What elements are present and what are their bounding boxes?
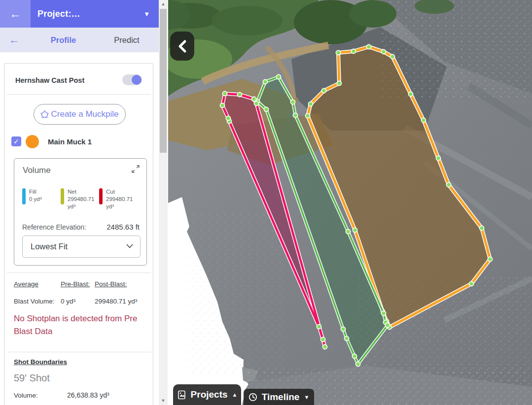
volume-card: Volume Fill0 yd³ Net299480.71 yd³ — [14, 158, 147, 266]
scroll-down-arrow[interactable]: ▼ — [159, 397, 168, 405]
net-legend-text: Net299480.71 yd³ — [68, 188, 96, 210]
col-average[interactable]: Average — [14, 280, 38, 288]
vertex-marker[interactable] — [355, 362, 360, 366]
vertex-marker[interactable] — [337, 81, 341, 85]
project-title[interactable]: Project:… — [31, 9, 143, 19]
map-viewport[interactable]: Projects ▲ Timeline ▼ — [168, 0, 532, 405]
legend-item-net: Net299480.71 yd³ — [61, 188, 99, 210]
vertex-marker[interactable] — [320, 337, 325, 341]
shotplan-warning-text: No Shotplan is detected from Pre Blast D… — [14, 312, 143, 338]
reference-elevation-row: Reference Elevation: 2485.63 ft — [22, 223, 140, 232]
muckpile-checkbox[interactable]: ✓ — [11, 136, 21, 146]
vertex-marker[interactable] — [237, 92, 242, 97]
profile-panel: Hernshaw Cast Post Create a Muckpile — [4, 63, 153, 405]
col-pre-blast[interactable]: Pre-Blast: — [61, 280, 90, 288]
vertex-marker[interactable] — [254, 101, 258, 105]
vertex-marker[interactable] — [346, 229, 350, 234]
vertex-marker[interactable] — [293, 113, 297, 117]
vertex-marker[interactable] — [344, 336, 349, 340]
vertex-marker[interactable] — [222, 91, 227, 96]
project-dropdown-caret-icon[interactable]: ▼ — [143, 10, 159, 18]
timeline-label: Timeline — [262, 392, 300, 403]
shot-boundaries-heading[interactable]: Shot Boundaries — [14, 358, 67, 366]
vertex-marker[interactable] — [251, 97, 256, 101]
volume-legend: Fill0 yd³ Net299480.71 yd³ Cut299480.71 … — [22, 188, 140, 210]
vertex-marker[interactable] — [322, 344, 327, 349]
legend-item-cut: Cut299480.71 yd³ — [99, 188, 138, 210]
toggle-label: Hernshaw Cast Post — [15, 76, 84, 84]
scrollbar-thumb[interactable] — [160, 9, 167, 153]
projects-label: Projects — [191, 389, 228, 400]
fill-legend-text: Fill0 yd³ — [29, 188, 58, 210]
vertex-marker[interactable] — [263, 79, 267, 84]
chevron-down-icon — [126, 244, 133, 248]
timeline-button[interactable]: Timeline ▼ — [244, 389, 314, 405]
divider — [7, 352, 151, 352]
vertex-marker[interactable] — [276, 74, 281, 79]
back-button[interactable]: ← — [0, 0, 31, 28]
toggle-row: Hernshaw Cast Post — [4, 73, 153, 88]
cut-legend-text: Cut299480.71 yd³ — [106, 188, 135, 210]
muckpile-color-swatch[interactable] — [26, 135, 39, 148]
vertex-marker[interactable] — [381, 311, 386, 315]
vertex-marker[interactable] — [220, 103, 224, 107]
back-arrow-icon: ← — [9, 7, 21, 21]
vertex-marker[interactable] — [317, 324, 321, 329]
muckpile-name[interactable]: Main Muck 1 — [48, 137, 92, 146]
volume-card-title: Volume — [23, 166, 51, 175]
create-muckpile-label: Create a Muckpile — [51, 109, 118, 119]
vertex-marker[interactable] — [336, 50, 340, 55]
vertex-marker[interactable] — [488, 257, 492, 261]
blast-volume-pre: 0 yd³ — [61, 298, 75, 305]
projects-button[interactable]: Projects ▲ — [173, 384, 241, 405]
vertex-marker[interactable] — [352, 354, 356, 358]
cut-color-bar — [99, 188, 103, 204]
vertex-marker[interactable] — [436, 156, 440, 160]
scroll-up-arrow[interactable]: ▲ — [159, 0, 168, 8]
vertex-marker[interactable] — [226, 116, 230, 120]
vertex-marker[interactable] — [351, 49, 355, 53]
collapse-sidebar-button[interactable] — [170, 32, 194, 61]
vertex-marker[interactable] — [446, 182, 451, 187]
col-post-blast[interactable]: Post-Blast: — [95, 280, 127, 288]
expand-icon[interactable] — [131, 165, 140, 173]
vertex-marker[interactable] — [390, 54, 394, 59]
sidebar-scrollbar: ▲ ▼ — [159, 0, 168, 405]
app-window: ← Project:… ▼ ← Profile Predict Hernshaw… — [0, 0, 532, 405]
vertex-marker[interactable] — [469, 281, 473, 286]
polygon-icon — [40, 110, 49, 119]
project-header: ← Project:… ▼ — [0, 0, 159, 28]
vertex-marker[interactable] — [341, 327, 345, 331]
tab-bar: ← Profile Predict — [0, 28, 159, 52]
clock-icon — [248, 393, 257, 402]
vertex-marker[interactable] — [479, 226, 484, 230]
vertex-marker[interactable] — [353, 228, 357, 232]
blast-volume-label: Blast Volume: — [14, 298, 55, 305]
caret-down-icon: ▼ — [304, 394, 309, 400]
legend-item-fill: Fill0 yd³ — [22, 188, 61, 210]
reference-elevation-label: Reference Elevation: — [22, 223, 86, 231]
caret-up-icon: ▲ — [232, 392, 238, 398]
dataset-toggle[interactable] — [122, 74, 142, 85]
vertex-marker[interactable] — [385, 323, 390, 327]
tab-profile[interactable]: Profile — [32, 28, 95, 52]
vertex-marker[interactable] — [366, 44, 371, 49]
tabs-back-arrow-icon[interactable]: ← — [9, 34, 20, 46]
annotation-layer — [168, 0, 532, 405]
fill-color-bar — [22, 188, 26, 204]
vertex-marker[interactable] — [408, 92, 413, 96]
vertex-marker[interactable] — [290, 100, 295, 104]
shot-volume-value: 26,638.83 yd³ — [67, 391, 109, 399]
divider — [7, 94, 151, 95]
vertex-marker[interactable] — [381, 49, 386, 54]
vertex-marker[interactable] — [305, 113, 310, 118]
vertex-marker[interactable] — [321, 88, 326, 93]
vertex-marker[interactable] — [421, 118, 426, 122]
toggle-knob — [132, 75, 142, 85]
create-muckpile-button[interactable]: Create a Muckpile — [34, 104, 126, 125]
vertex-marker[interactable] — [308, 101, 313, 106]
reference-elevation-value: 2485.63 ft — [106, 223, 140, 231]
tab-predict[interactable]: Predict — [95, 28, 158, 52]
fit-method-select[interactable]: Lowest Fit — [22, 236, 141, 258]
vertex-marker[interactable] — [264, 107, 268, 111]
